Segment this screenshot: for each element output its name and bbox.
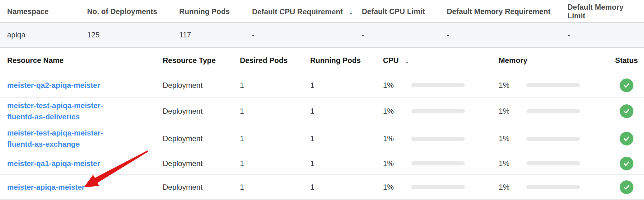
resources-table-header: Resource Name Resource Type Desired Pods… [0, 48, 644, 73]
col-header-default-memory-limit[interactable]: Default Memory Limit [567, 3, 638, 20]
memory-progress-bar [526, 161, 580, 165]
memory-percent: 1% [499, 107, 526, 116]
col-header-memory[interactable]: Memory [499, 56, 615, 65]
desired-pods-value: 1 [240, 159, 310, 168]
running-pods-value: 1 [310, 183, 383, 192]
sort-descending-icon[interactable]: ↓ [405, 56, 409, 65]
resource-link[interactable]: meister-apiqa-meister [7, 182, 123, 193]
resource-row: meister-qa1-apiqa-meister Deployment 1 1… [0, 152, 644, 175]
col-header-resource-type[interactable]: Resource Type [163, 56, 240, 65]
memory-progress-bar [526, 109, 580, 113]
status-healthy-icon [620, 79, 633, 92]
status-healthy-icon [620, 180, 633, 194]
cpu-progress-bar [411, 109, 465, 113]
running-pods-value: 1 [310, 134, 383, 143]
resource-type: Deployment [163, 81, 240, 90]
running-pods-value: 1 [310, 159, 383, 168]
col-header-running-pods[interactable]: Running Pods [179, 7, 252, 16]
running-pods-value: 1 [310, 107, 383, 116]
resource-row: meister-test-apiqa-meister-fluentd-as-ex… [0, 125, 644, 152]
memory-progress-bar [526, 137, 580, 141]
cpu-progress-bar [411, 137, 465, 141]
cpu-progress-bar [411, 185, 465, 189]
cpu-percent: 1% [383, 134, 411, 143]
memory-percent: 1% [499, 159, 526, 168]
cpu-percent: 1% [383, 159, 411, 168]
desired-pods-value: 1 [240, 134, 310, 143]
memory-progress-bar [526, 185, 580, 189]
namespace-name: apiqa [0, 31, 87, 39]
resource-link[interactable]: meister-test-apiqa-meister-fluentd-as-ex… [7, 127, 123, 150]
desired-pods-value: 1 [240, 81, 310, 90]
col-header-namespace[interactable]: Namespace [0, 7, 87, 16]
resource-row: meister-qa2-apiqa-meister Deployment 1 1… [0, 73, 644, 98]
resource-link[interactable]: meister-test-apiqa-meister-fluentd-as-de… [7, 100, 123, 122]
memory-percent: 1% [499, 183, 526, 192]
memory-percent: 1% [499, 134, 526, 143]
col-header-deployments[interactable]: No. of Deployments [87, 7, 179, 16]
status-healthy-icon [620, 132, 633, 145]
resources-rows: meister-qa2-apiqa-meister Deployment 1 1… [0, 73, 644, 200]
memory-progress-bar [526, 83, 580, 87]
cpu-percent: 1% [383, 81, 411, 90]
namespace-running-pods-count: 117 [179, 31, 252, 39]
running-pods-value: 1 [310, 81, 383, 90]
namespace-details-page: Namespace No. of Deployments Running Pod… [0, 1, 644, 200]
namespace-default-memory-limit: - [567, 31, 638, 39]
desired-pods-value: 1 [240, 107, 310, 116]
col-header-running-pods-2[interactable]: Running Pods [310, 56, 383, 65]
resource-type: Deployment [163, 134, 240, 143]
col-header-cpu[interactable]: CPU↓ [383, 56, 499, 65]
col-header-status[interactable]: Status [615, 56, 638, 65]
namespace-default-memory-requirement: - [447, 31, 567, 39]
col-header-default-memory-requirement[interactable]: Default Memory Requirement [447, 7, 567, 16]
resource-row: meister-apiqa-meister Deployment 1 1 1% … [0, 175, 644, 200]
cpu-progress-bar [411, 83, 465, 87]
cpu-progress-bar [411, 161, 465, 165]
namespace-deployments-count: 125 [87, 31, 179, 39]
desired-pods-value: 1 [240, 183, 310, 192]
namespace-row-apiqa[interactable]: apiqa 125 117 - - - - [0, 22, 644, 48]
sort-descending-icon[interactable]: ↓ [349, 7, 353, 16]
resource-type: Deployment [163, 159, 240, 168]
status-healthy-icon [620, 104, 633, 118]
memory-percent: 1% [499, 81, 526, 90]
cpu-percent: 1% [383, 183, 411, 192]
namespace-default-cpu-limit: - [362, 31, 447, 39]
col-header-default-cpu-limit[interactable]: Default CPU Limit [362, 7, 447, 16]
resource-type: Deployment [163, 107, 240, 116]
status-healthy-icon [620, 157, 633, 170]
namespace-table-header: Namespace No. of Deployments Running Pod… [0, 1, 644, 22]
resource-link[interactable]: meister-qa1-apiqa-meister [7, 158, 123, 169]
resource-row: meister-test-apiqa-meister-fluentd-as-de… [0, 98, 644, 125]
col-header-desired-pods[interactable]: Desired Pods [240, 56, 310, 65]
namespace-default-cpu-requirement: - [252, 31, 362, 39]
cpu-percent: 1% [383, 107, 411, 116]
resource-type: Deployment [163, 183, 240, 192]
col-header-default-cpu-requirement[interactable]: Default CPU Requirement↓ [252, 7, 362, 16]
resource-link[interactable]: meister-qa2-apiqa-meister [7, 80, 123, 91]
col-header-resource-name[interactable]: Resource Name [0, 56, 163, 65]
